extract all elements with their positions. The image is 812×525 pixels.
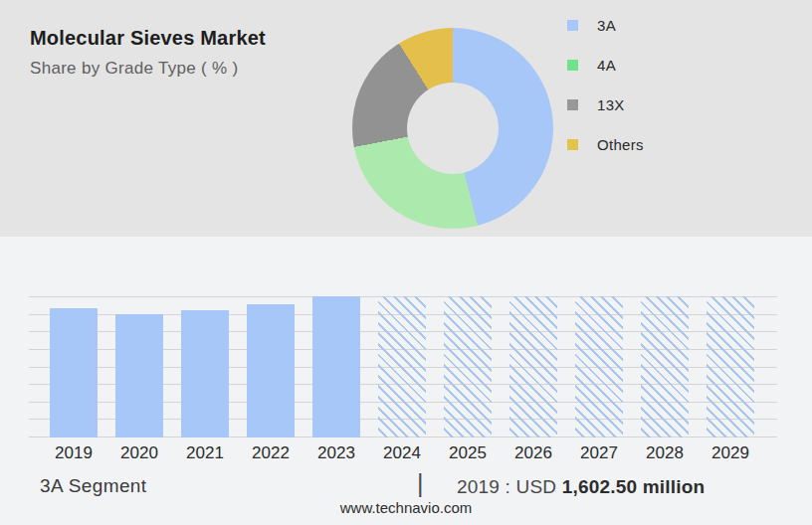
donut-chart [352,28,553,229]
legend-item-3a: 3A [567,5,644,45]
x-axis-label-2029: 2029 [698,443,763,463]
x-axis-label-2022: 2022 [238,443,304,463]
bar-2024-forecast [378,296,426,438]
bar-2019 [50,308,98,438]
bar-2026-forecast [509,296,557,438]
infographic-page: Molecular Sieves Market Share by Grade T… [0,0,812,525]
x-axis-label-2024: 2024 [369,443,435,463]
page-subtitle: Share by Grade Type ( % ) [30,59,266,79]
bar-2025-forecast [444,296,492,438]
legend-item-4a: 4A [567,45,644,85]
legend-item-others: Others [567,124,644,164]
market-value-amount: 1,602.50 million [562,476,706,497]
legend-label: 4A [597,57,616,74]
legend-swatch-3a [567,20,578,31]
bar-2028-forecast [641,296,689,438]
chart-legend: 3A4A13XOthers [567,5,644,164]
donut-hole [407,83,499,174]
page-title: Molecular Sieves Market [30,27,266,50]
bar-2027-forecast [575,296,623,438]
x-axis-label-2027: 2027 [566,443,632,463]
bar-2021 [181,310,229,438]
legend-label: Others [597,136,644,153]
market-value-prefix: 2019 : USD [457,476,562,497]
legend-label: 3A [597,17,616,34]
legend-swatch-13x [567,99,578,110]
top-section: Molecular Sieves Market Share by Grade T… [0,0,812,237]
x-axis-label-2028: 2028 [632,443,698,463]
bar-chart-section: 2019202020212022202320242025202620272028… [0,237,812,525]
x-axis-label-2019: 2019 [41,443,106,463]
bar-2020 [115,314,163,438]
market-value-line: 2019 : USD 1,602.50 million [457,476,705,498]
x-axis-label-2021: 2021 [172,443,238,463]
legend-swatch-others [567,139,578,150]
bar-2029-forecast [707,296,754,438]
x-axis-label-2020: 2020 [106,443,172,463]
x-axis-label-2026: 2026 [501,443,566,463]
legend-item-13x: 13X [567,85,644,124]
separator-bar: | [417,469,424,498]
x-axis-label-2023: 2023 [304,443,369,463]
bar-2023 [312,296,360,438]
bar-2022 [247,304,295,438]
legend-label: 13X [597,96,625,113]
segment-label: 3A Segment [40,475,147,497]
legend-swatch-4a [567,60,578,71]
bar-chart: 2019202020212022202320242025202620272028… [29,296,777,438]
website-url[interactable]: www.technavio.com [0,499,812,516]
title-block: Molecular Sieves Market Share by Grade T… [30,27,266,79]
x-axis-label-2025: 2025 [435,443,501,463]
